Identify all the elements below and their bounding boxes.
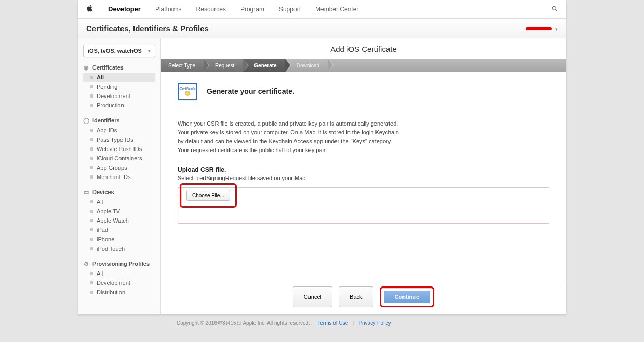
wizard-breadcrumb: Select TypeRequestGenerateDownload <box>161 59 566 72</box>
nav-member-center[interactable]: Member Center <box>315 6 358 13</box>
intro-heading: Generate your certificate. <box>207 87 294 95</box>
continue-button[interactable]: Continue <box>384 291 431 303</box>
sidebar-item-pass-type-ids[interactable]: Pass Type IDs <box>83 135 155 144</box>
user-menu[interactable]: ▾ <box>526 25 558 32</box>
sidebar-item-label: Pass Type IDs <box>97 136 133 143</box>
group-icon: ▭ <box>83 189 89 195</box>
footer: Copyright © 2016年3月15日 Apple Inc. All ri… <box>78 314 566 342</box>
sidebar-item-all[interactable]: All <box>83 73 155 82</box>
upload-subtext: Select .certSigningRequest file saved on… <box>178 175 549 181</box>
sidebar-item-all[interactable]: All <box>83 197 155 207</box>
annotation-highlight: Choose File... <box>180 183 237 208</box>
sidebar-item-label: iPod Touch <box>97 245 125 252</box>
sidebar-item-merchant-ids[interactable]: Merchant IDs <box>83 172 155 182</box>
sidebar-group-certificates: ◉CertificatesAllPendingDevelopmentProduc… <box>83 64 155 110</box>
certificate-icon: Certificate <box>178 83 197 100</box>
platform-selector[interactable]: iOS, tvOS, watchOS ▾ <box>83 45 155 57</box>
seal-icon <box>185 91 190 96</box>
sidebar-item-label: All <box>97 199 103 205</box>
group-icon: ◉ <box>83 64 89 71</box>
sidebar-item-label: All <box>97 270 103 277</box>
bullet-icon <box>90 219 93 222</box>
upload-dropzone: Choose File... <box>178 187 549 224</box>
description-text: When your CSR file is created, a public … <box>178 119 401 155</box>
button-bar: Cancel Back Continue <box>161 281 566 314</box>
choose-file-button[interactable]: Choose File... <box>186 190 230 201</box>
sidebar-item-apple-watch[interactable]: Apple Watch <box>83 216 155 225</box>
sidebar-group-header: ⚙Provisioning Profiles <box>83 261 155 267</box>
bullet-icon <box>90 210 93 213</box>
upload-label: Upload CSR file. <box>178 166 549 173</box>
sidebar-item-development[interactable]: Development <box>83 91 155 101</box>
sidebar-item-iphone[interactable]: iPhone <box>83 235 155 244</box>
sidebar-item-apple-tv[interactable]: Apple TV <box>83 207 155 216</box>
sidebar-item-label: iPad <box>97 227 108 233</box>
search-icon[interactable] <box>551 5 558 13</box>
sidebar-item-ipad[interactable]: iPad <box>83 225 155 235</box>
apple-logo-icon <box>86 5 93 13</box>
sidebar: iOS, tvOS, watchOS ▾ ◉CertificatesAllPen… <box>78 38 161 314</box>
sidebar-item-label: iPhone <box>97 236 114 242</box>
bullet-icon <box>90 228 93 231</box>
svg-line-1 <box>556 9 557 11</box>
sidebar-item-label: Merchant IDs <box>97 174 130 180</box>
sidebar-item-app-ids[interactable]: App IDs <box>83 126 155 135</box>
sidebar-item-label: Production <box>97 102 124 108</box>
wizard-tail <box>328 59 566 72</box>
main-panel: Add iOS Certificate Select TypeRequestGe… <box>161 38 566 314</box>
bullet-icon <box>90 157 93 160</box>
sidebar-group-devices: ▭DevicesAllApple TVApple WatchiPadiPhone… <box>83 189 155 253</box>
sidebar-item-app-groups[interactable]: App Groups <box>83 163 155 172</box>
group-icon: ◯ <box>83 117 89 124</box>
bullet-icon <box>90 281 93 284</box>
sidebar-item-label: Development <box>97 93 130 99</box>
bullet-icon <box>90 238 93 241</box>
bullet-icon <box>90 138 93 141</box>
cancel-button[interactable]: Cancel <box>293 286 332 307</box>
brand-label[interactable]: Developer <box>108 5 141 13</box>
subheader-title: Certificates, Identifiers & Profiles <box>86 24 209 33</box>
bullet-icon <box>90 129 93 132</box>
top-nav: Developer Platforms Resources Program Su… <box>78 0 566 19</box>
terms-link[interactable]: Terms of Use <box>317 320 348 326</box>
sidebar-item-all[interactable]: All <box>83 269 155 278</box>
nav-platforms[interactable]: Platforms <box>155 6 182 13</box>
platform-selector-label: iOS, tvOS, watchOS <box>88 48 142 54</box>
wizard-step-select-type[interactable]: Select Type <box>161 59 204 72</box>
bullet-icon <box>90 247 93 250</box>
sidebar-item-pending[interactable]: Pending <box>83 82 155 91</box>
sidebar-group-header: ◯Identifiers <box>83 117 155 124</box>
sidebar-group-header: ▭Devices <box>83 189 155 195</box>
sidebar-item-label: Apple Watch <box>97 217 129 224</box>
nav-support[interactable]: Support <box>279 6 301 13</box>
back-button[interactable]: Back <box>339 286 373 307</box>
sidebar-item-icloud-containers[interactable]: iCloud Containers <box>83 154 155 163</box>
privacy-link[interactable]: Privacy Policy <box>358 320 391 326</box>
sidebar-item-label: Pending <box>97 84 117 90</box>
wizard-step-download: Download <box>285 59 328 72</box>
bullet-icon <box>90 147 93 151</box>
nav-resources[interactable]: Resources <box>196 6 226 13</box>
sidebar-item-label: All <box>97 74 104 80</box>
sidebar-item-label: App IDs <box>97 127 117 133</box>
sidebar-item-label: Website Push IDs <box>97 146 142 152</box>
sidebar-group-header: ◉Certificates <box>83 64 155 71</box>
sidebar-item-development[interactable]: Development <box>83 278 155 288</box>
chevron-down-icon: ▾ <box>148 48 151 53</box>
sidebar-item-ipod-touch[interactable]: iPod Touch <box>83 244 155 253</box>
bullet-icon <box>90 104 93 107</box>
wizard-step-generate[interactable]: Generate <box>243 59 285 72</box>
sidebar-item-label: Distribution <box>97 289 125 295</box>
sidebar-item-distribution[interactable]: Distribution <box>83 288 155 297</box>
bullet-icon <box>90 76 93 79</box>
svg-point-0 <box>552 6 556 10</box>
sidebar-item-website-push-ids[interactable]: Website Push IDs <box>83 144 155 154</box>
bullet-icon <box>90 94 93 98</box>
sidebar-item-label: Apple TV <box>97 208 120 214</box>
bullet-icon <box>90 166 93 169</box>
bullet-icon <box>90 272 93 275</box>
nav-program[interactable]: Program <box>240 6 264 13</box>
bullet-icon <box>90 200 93 203</box>
chevron-down-icon: ▾ <box>555 26 558 32</box>
sidebar-item-production[interactable]: Production <box>83 101 155 110</box>
